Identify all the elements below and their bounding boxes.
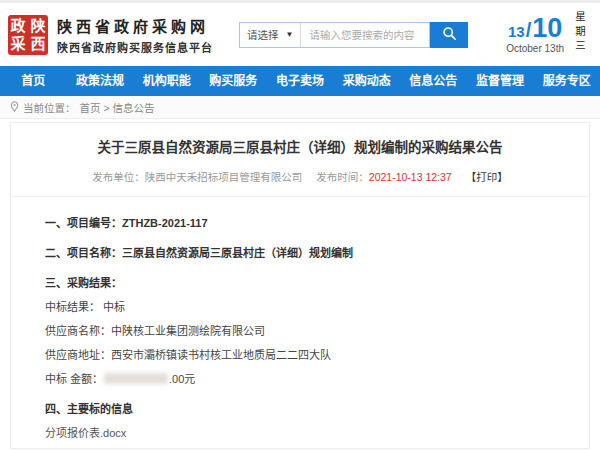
article-card: 关于三原县自然资源局三原县村庄（详细）规划编制的采购结果公告 发布单位：陕西中天…	[10, 122, 590, 449]
publisher-value: 陕西中天禾招标项目管理有限公司	[145, 171, 303, 183]
supplier-name-line: 供应商名称：中陕核工业集团测绘院有限公司	[45, 322, 577, 338]
logo-char: 政	[8, 17, 28, 35]
date-widget: 13 / 10 October 13th 星期三	[506, 11, 592, 59]
publish-time-value: 2021-10-13 12:37	[369, 171, 452, 183]
article-meta: 发布单位：陕西中天禾招标项目管理有限公司发布时间：2021-10-13 12:3…	[11, 169, 589, 197]
breadcrumb: 当前位置： 首页 > 信息公告	[0, 96, 600, 119]
nav-item-announcements[interactable]: 信息公告	[400, 66, 467, 96]
search-icon	[442, 26, 457, 44]
nav-item-home[interactable]: 首页	[0, 66, 67, 96]
search-box: 请选择 ▼	[239, 22, 430, 48]
nav-item-e-marketplace[interactable]: 电子卖场	[267, 66, 334, 96]
site-logo: 政 陕 采 西	[8, 15, 48, 55]
print-button[interactable]: 【打印】	[466, 171, 508, 183]
search-button[interactable]	[430, 22, 468, 48]
search-category-select[interactable]: 请选择 ▼	[240, 23, 301, 47]
logo-char: 采	[8, 35, 28, 53]
date-slash: /	[526, 19, 532, 42]
bid-amount-line: 中标 金额：.00元	[45, 370, 577, 386]
bid-result-line: 中标结果： 中标	[45, 298, 577, 314]
search-input[interactable]	[301, 29, 429, 41]
nav-item-purchase-services[interactable]: 购买服务	[200, 66, 267, 96]
breadcrumb-prefix: 当前位置：	[23, 100, 76, 115]
supplier-address-line: 供应商地址：西安市灞桥镇读书村核工业地质局二二四大队	[45, 346, 577, 362]
date-month: 10	[532, 15, 562, 42]
section-main-subject-info: 四、主要标的信息	[45, 400, 577, 416]
attachment-link[interactable]: 分项报价表.docx	[45, 424, 577, 440]
nav-item-service-zone[interactable]: 服务专区	[533, 66, 600, 96]
section-project-name: 二、项目名称：三原县自然资源局三原县村庄（详细）规划编制	[45, 244, 577, 260]
publish-time-label: 发布时间：	[316, 171, 369, 183]
site-title: 陕西省政府采购网	[57, 15, 213, 36]
section-project-number: 一、项目编号：ZTHZB-2021-117	[45, 214, 577, 230]
date-weekday: 星期三	[573, 11, 588, 59]
nav-item-functions[interactable]: 机构职能	[133, 66, 200, 96]
chevron-down-icon: ▼	[286, 30, 294, 39]
site-names: 陕西省政府采购网 陕西省政府购买服务信息平台	[57, 15, 213, 55]
article-body: 一、项目编号：ZTHZB-2021-117 二、项目名称：三原县自然资源局三原县…	[11, 197, 589, 449]
site-subtitle: 陕西省政府购买服务信息平台	[57, 39, 213, 55]
date-english: October 13th	[506, 43, 564, 54]
section-procurement-result: 三、采购结果：	[45, 274, 577, 290]
location-pin-icon	[10, 101, 19, 114]
search-category-label: 请选择	[247, 27, 279, 42]
main-nav: 首页 政策法规 机构职能 购买服务 电子卖场 采购动态 信息公告 监督管理 服务…	[0, 66, 600, 96]
date-day: 13	[508, 23, 525, 40]
nav-item-supervision[interactable]: 监督管理	[467, 66, 534, 96]
breadcrumb-path[interactable]: 首页 > 信息公告	[80, 100, 155, 115]
logo-char: 陕	[28, 17, 48, 35]
bid-amount-suffix: .00元	[169, 373, 195, 385]
site-header: 政 陕 采 西 陕西省政府采购网 陕西省政府购买服务信息平台 请选择 ▼ 13 …	[0, 3, 600, 66]
page-title: 关于三原县自然资源局三原县村庄（详细）规划编制的采购结果公告	[39, 139, 561, 158]
publisher-label: 发布单位：	[92, 171, 145, 183]
search-area: 请选择 ▼	[239, 22, 468, 48]
nav-item-procurement-news[interactable]: 采购动态	[333, 66, 400, 96]
logo-char: 西	[28, 35, 48, 53]
nav-item-policies[interactable]: 政策法规	[67, 66, 134, 96]
bid-amount-label: 中标 金额：	[45, 373, 103, 385]
redacted-amount-value	[104, 373, 168, 384]
